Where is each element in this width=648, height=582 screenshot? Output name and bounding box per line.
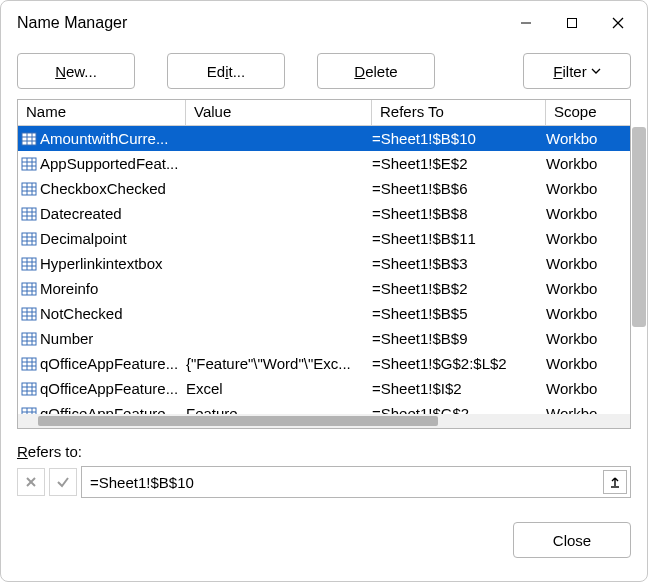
cell-name: Datecreated (40, 205, 122, 222)
cell-scope: Workbo (546, 255, 626, 272)
edit-button[interactable]: Edit... (167, 53, 285, 89)
cell-name: CheckboxChecked (40, 180, 166, 197)
chevron-down-icon (591, 68, 601, 74)
table-icon (20, 230, 38, 248)
table-row[interactable]: Number=Sheet1!$B$9Workbo (18, 326, 630, 351)
svg-rect-44 (22, 333, 36, 345)
col-header-name[interactable]: Name (18, 100, 186, 125)
cell-scope: Workbo (546, 230, 626, 247)
cell-name: qOfficeAppFeature... (40, 405, 178, 414)
cell-refersto: =Sheet1!$B$6 (372, 180, 546, 197)
cell-scope: Workbo (546, 280, 626, 297)
dialog-footer: Close (1, 498, 647, 570)
vertical-scrollbar[interactable] (632, 127, 646, 327)
table-icon (20, 305, 38, 323)
check-icon (56, 475, 70, 489)
close-icon (611, 16, 625, 30)
svg-rect-9 (22, 158, 36, 170)
cell-refersto: =Sheet1!$B$9 (372, 330, 546, 347)
maximize-icon (566, 17, 578, 29)
cell-value: {"Feature"\"Word"\"Exc... (186, 355, 372, 372)
window-title: Name Manager (17, 14, 127, 32)
refers-to-input[interactable] (81, 466, 631, 498)
cell-scope: Workbo (546, 305, 626, 322)
svg-rect-14 (22, 183, 36, 195)
svg-rect-39 (22, 308, 36, 320)
confirm-edit-button[interactable] (49, 468, 77, 496)
cell-scope: Workbo (546, 205, 626, 222)
cell-name: Number (40, 330, 93, 347)
cancel-edit-button[interactable] (17, 468, 45, 496)
table-row[interactable]: qOfficeAppFeature...{"Feature"\"Word"\"E… (18, 351, 630, 376)
cell-refersto: =Sheet1!$G$2 (372, 405, 546, 414)
cell-scope: Workbo (546, 330, 626, 347)
cell-name: AppSupportedFeat... (40, 155, 178, 172)
delete-button[interactable]: Delete (317, 53, 435, 89)
name-manager-dialog: Name Manager New... Edit... Delete Filte… (0, 0, 648, 582)
cell-refersto: =Sheet1!$E$2 (372, 155, 546, 172)
table-icon (20, 280, 38, 298)
cell-scope: Workbo (546, 380, 626, 397)
table-icon (20, 380, 38, 398)
svg-rect-4 (22, 133, 36, 145)
collapse-dialog-button[interactable] (603, 470, 627, 494)
new-button[interactable]: New... (17, 53, 135, 89)
table-icon (20, 155, 38, 173)
svg-rect-59 (22, 408, 36, 415)
x-icon (24, 475, 38, 489)
table-header: Name Value Refers To Scope (18, 100, 630, 126)
cell-refersto: =Sheet1!$B$11 (372, 230, 546, 247)
table-row[interactable]: Hyperlinkintextbox=Sheet1!$B$3Workbo (18, 251, 630, 276)
cell-name: AmountwithCurre... (40, 130, 168, 147)
cell-refersto: =Sheet1!$I$2 (372, 380, 546, 397)
close-window-button[interactable] (595, 7, 641, 39)
svg-rect-49 (22, 358, 36, 370)
cell-scope: Workbo (546, 180, 626, 197)
table-row[interactable]: NotChecked=Sheet1!$B$5Workbo (18, 301, 630, 326)
cell-name: Decimalpoint (40, 230, 127, 247)
refers-to-label: Refers to: (17, 443, 631, 460)
svg-rect-54 (22, 383, 36, 395)
maximize-button[interactable] (549, 7, 595, 39)
cell-refersto: =Sheet1!$B$2 (372, 280, 546, 297)
cell-scope: Workbo (546, 130, 626, 147)
titlebar: Name Manager (1, 1, 647, 45)
cell-refersto: =Sheet1!$G$2:$L$2 (372, 355, 546, 372)
table-icon (20, 205, 38, 223)
refers-to-section: Refers to: (1, 429, 647, 498)
table-row[interactable]: CheckboxChecked=Sheet1!$B$6Workbo (18, 176, 630, 201)
toolbar: New... Edit... Delete Filter (1, 45, 647, 99)
cell-name: NotChecked (40, 305, 123, 322)
table-row[interactable]: AmountwithCurre...=Sheet1!$B$10Workbo (18, 126, 630, 151)
arrow-up-icon (609, 476, 621, 488)
cell-refersto: =Sheet1!$B$3 (372, 255, 546, 272)
cell-name: Moreinfo (40, 280, 98, 297)
table-row[interactable]: AppSupportedFeat...=Sheet1!$E$2Workbo (18, 151, 630, 176)
table-icon (20, 180, 38, 198)
filter-button[interactable]: Filter (523, 53, 631, 89)
close-button[interactable]: Close (513, 522, 631, 558)
col-header-scope[interactable]: Scope (546, 100, 626, 125)
table-row[interactable]: qOfficeAppFeature...Excel=Sheet1!$I$2Wor… (18, 376, 630, 401)
cell-name: qOfficeAppFeature... (40, 355, 178, 372)
cell-refersto: =Sheet1!$B$5 (372, 305, 546, 322)
cell-value: Excel (186, 380, 372, 397)
cell-scope: Workbo (546, 155, 626, 172)
table-row[interactable]: Moreinfo=Sheet1!$B$2Workbo (18, 276, 630, 301)
col-header-value[interactable]: Value (186, 100, 372, 125)
cell-scope: Workbo (546, 355, 626, 372)
cell-name: qOfficeAppFeature... (40, 380, 178, 397)
table-row[interactable]: Decimalpoint=Sheet1!$B$11Workbo (18, 226, 630, 251)
table-row[interactable]: Datecreated=Sheet1!$B$8Workbo (18, 201, 630, 226)
horizontal-scroll-thumb[interactable] (38, 416, 438, 426)
horizontal-scrollbar[interactable] (18, 414, 630, 428)
svg-rect-19 (22, 208, 36, 220)
table-row[interactable]: qOfficeAppFeature...Feature=Sheet1!$G$2W… (18, 401, 630, 414)
cell-value: Feature (186, 405, 372, 414)
table-icon (20, 330, 38, 348)
svg-rect-24 (22, 233, 36, 245)
col-header-refersto[interactable]: Refers To (372, 100, 546, 125)
cell-name: Hyperlinkintextbox (40, 255, 163, 272)
minimize-button[interactable] (503, 7, 549, 39)
table-icon (20, 130, 38, 148)
